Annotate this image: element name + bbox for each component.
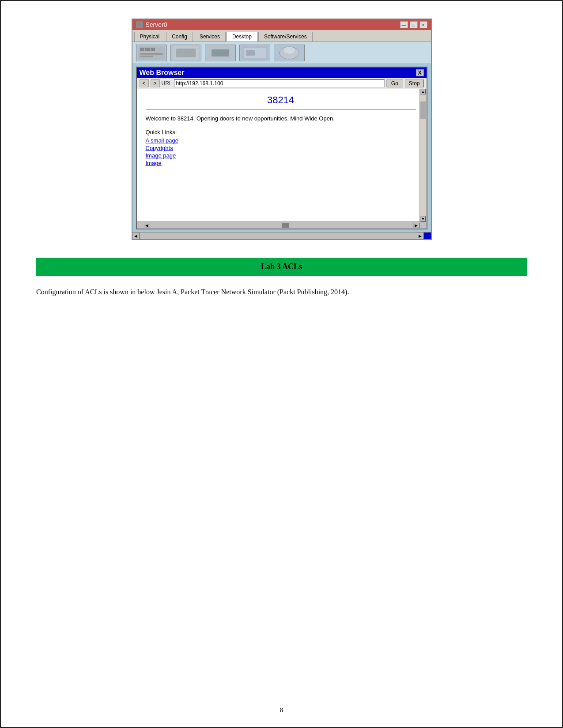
sim-bottom-scrollbar[interactable]: ◀ ▶ [132,232,431,239]
lab-body-text: Configuration of ACLs is shown in below … [36,286,527,298]
wb-close-button[interactable]: X [416,69,424,76]
maximize-button[interactable]: □ [410,21,418,28]
sim-content-area: Web Browser X < > URL Go Stop 38214 [132,42,431,239]
tab-physical[interactable]: Physical [134,32,166,41]
sim-thumbnails [132,42,431,64]
wb-body: 38214 Welcome to 38214. Opening doors to… [137,89,427,221]
link-item-1: A small page [146,137,416,144]
wb-welcome-text: Welcome to 38214. Opening doors to new o… [146,115,416,122]
wb-vertical-scrollbar[interactable]: ▲ ▼ [419,89,427,221]
sim-titlebar-icon [136,21,143,28]
wb-hscroll-thumb[interactable] [282,223,289,228]
wb-quick-links-label: Quick Links: [146,129,416,135]
link-item-4: Image [146,160,416,166]
svg-point-14 [284,47,295,54]
link-item-3: Image page [146,152,416,159]
wb-divider [146,109,416,110]
link-image[interactable]: Image [146,160,162,166]
svg-rect-2 [145,48,150,51]
thumb-1 [136,45,167,61]
thumb-2 [170,45,201,61]
thumb-5 [274,45,305,61]
close-button[interactable]: × [419,21,427,28]
tab-desktop[interactable]: Desktop [227,32,257,41]
page-number: 8 [280,707,283,714]
svg-rect-3 [151,48,155,51]
wb-title: Web Browser [140,69,185,77]
sim-tabs: Physical Config Services Desktop Softwar… [132,30,431,42]
simulator-window: Server0 — □ × Physical Config Services D… [132,19,432,240]
sim-title: Server0 [146,21,167,28]
tab-services[interactable]: Services [194,32,226,41]
wb-forward-button[interactable]: > [151,79,160,87]
wb-back-button[interactable]: < [140,79,149,87]
thumb-3 [205,45,236,61]
thumb-4 [239,45,270,61]
wb-horizontal-scrollbar[interactable]: ◀ ▶ [137,221,427,229]
sim-titlebar-controls: — □ × [400,21,427,28]
wb-page-title: 38214 [146,94,416,106]
svg-rect-12 [246,50,255,56]
tab-software-services[interactable]: Software/Services [258,32,313,41]
wb-scroll-thumb[interactable] [420,101,426,119]
svg-rect-5 [140,56,153,57]
svg-rect-7 [176,49,196,57]
link-small-page[interactable]: A small page [146,137,178,144]
wb-links-list: A small page Copyrights Image page Image [146,137,416,166]
wb-stop-button[interactable]: Stop [405,79,424,87]
sim-titlebar: Server0 — □ × [132,19,431,30]
document-page: Server0 — □ × Physical Config Services D… [0,0,563,728]
wb-url-input[interactable] [174,79,385,87]
wb-url-label: URL [162,80,172,86]
wb-go-button[interactable]: Go [386,79,403,87]
svg-rect-4 [140,53,163,55]
svg-rect-9 [212,49,229,56]
lab-banner-text: Lab 3 ACLs [261,262,302,271]
web-browser-window: Web Browser X < > URL Go Stop 38214 [136,67,427,229]
wb-titlebar: Web Browser X [137,68,427,78]
link-copyrights[interactable]: Copyrights [146,145,173,151]
sim-bottom-scrollbar-thumb[interactable] [424,233,431,240]
link-item-2: Copyrights [146,145,416,151]
tab-config[interactable]: Config [166,32,193,41]
link-image-page[interactable]: Image page [146,152,176,159]
wb-body-container: 38214 Welcome to 38214. Opening doors to… [137,89,427,221]
svg-rect-1 [140,48,144,51]
wb-navbar: < > URL Go Stop [137,78,427,89]
lab-banner: Lab 3 ACLs [36,258,527,276]
minimize-button[interactable]: — [400,21,408,28]
